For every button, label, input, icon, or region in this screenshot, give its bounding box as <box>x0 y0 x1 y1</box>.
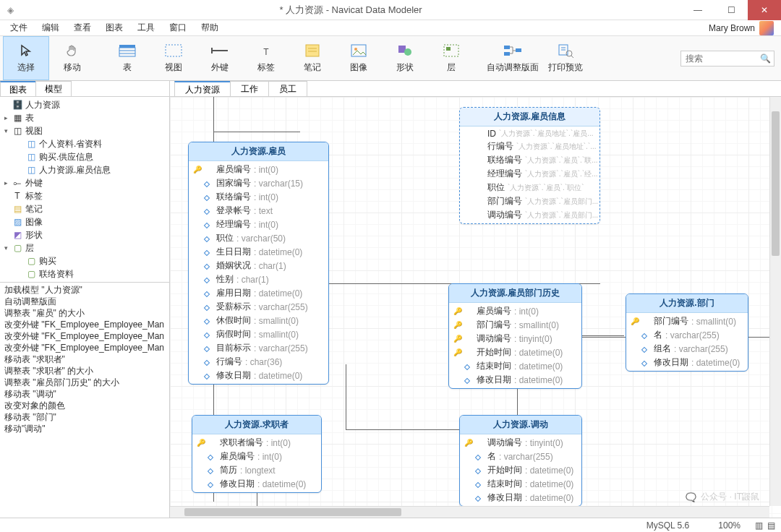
tool-label[interactable]: T标签 <box>243 36 289 80</box>
field-row[interactable]: 🔑调动编号 : tinyint(0) <box>460 436 581 450</box>
scrollbar-vertical[interactable] <box>769 97 781 506</box>
canvas-tab-hr[interactable]: 人力资源 <box>174 81 231 96</box>
scrollbar-thumb[interactable] <box>184 508 401 516</box>
field-row[interactable]: 组名 : varchar(255) <box>626 342 748 356</box>
field-row[interactable]: 经理编号 `人力资源`.`雇员`.`经... <box>460 167 599 181</box>
field-row[interactable]: 休假时间 : smallint(0) <box>189 314 328 327</box>
menu-view[interactable]: 查看 <box>67 20 98 35</box>
minimize-button[interactable]: — <box>681 0 714 20</box>
field-row[interactable]: 调动编号 `人力资源`.`雇员部门... <box>460 208 599 222</box>
field-row[interactable]: 病假时间 : smallint(0) <box>189 327 328 341</box>
menu-diagram[interactable]: 图表 <box>98 20 130 35</box>
tree-views[interactable]: ▾◫视图 <box>0 124 169 137</box>
tree-layer-item[interactable]: ▢购买 <box>0 254 169 267</box>
entity-candidate[interactable]: 人力资源.求职者 🔑求职者编号 : int(0)雇员编号 : int(0)简历 … <box>192 415 322 493</box>
field-row[interactable]: 职位 : varchar(50) <box>189 231 328 245</box>
field-row[interactable]: 受薪标示 : varchar(255) <box>189 300 328 314</box>
tool-move[interactable]: 移动 <box>49 36 95 80</box>
field-row[interactable]: 名 : varchar(255) <box>626 328 748 342</box>
field-type: : datetime(0) <box>525 493 573 503</box>
tool-autolayout[interactable]: 自动调整版面 <box>483 36 542 80</box>
field-row[interactable]: 🔑雇员编号 : int(0) <box>189 163 328 176</box>
field-row[interactable]: 性别 : char(1) <box>189 273 328 286</box>
menu-window[interactable]: 窗口 <box>162 20 194 35</box>
tool-image[interactable]: 图像 <box>336 36 382 80</box>
tool-shape[interactable]: 形状 <box>382 36 428 80</box>
layer-item-icon: ▢ <box>26 269 36 279</box>
field-row[interactable]: 婚姻状况 : char(1) <box>189 259 328 273</box>
field-row[interactable]: 联络编号 `人力资源`.`雇员`.`联... <box>460 153 599 167</box>
field-row[interactable]: 修改日期 : datetime(0) <box>460 491 581 505</box>
connector <box>581 335 624 336</box>
field-row[interactable]: 修改日期 : datetime(0) <box>449 373 581 387</box>
field-row[interactable]: 部门编号 `人力资源`.`雇员部门... <box>460 194 599 208</box>
field-row[interactable]: 生日日期 : datetime(0) <box>189 245 328 259</box>
field-row[interactable]: 🔑部门编号 : smallint(0) <box>626 314 748 328</box>
tree-view-item[interactable]: ◫个人资料.省资料 <box>0 137 169 150</box>
menu-help[interactable]: 帮助 <box>194 20 226 35</box>
entity-dept-history[interactable]: 人力资源.雇员部门历史 🔑雇员编号 : int(0)🔑部门编号 : smalli… <box>448 283 582 389</box>
entity-employee-info[interactable]: 人力资源.雇员信息 ID `人力资源`.`雇员地址`.`雇员...行编号 `人力… <box>459 107 600 224</box>
tree-view-item[interactable]: ◫人力资源.雇员信息 <box>0 163 169 176</box>
scrollbar-horizontal[interactable] <box>170 506 769 518</box>
tree-view-item[interactable]: ◫购买.供应信息 <box>0 150 169 163</box>
tree-note[interactable]: ▤笔记 <box>0 202 169 215</box>
tree-layer[interactable]: ▾▢层 <box>0 241 169 254</box>
status-icon[interactable]: ▤ <box>767 520 775 531</box>
left-tab-model[interactable]: 模型 <box>35 81 72 96</box>
field-row[interactable]: 🔑部门编号 : smallint(0) <box>449 318 581 332</box>
tree-shape[interactable]: ◩形状 <box>0 228 169 241</box>
field-row[interactable]: 行编号 : char(36) <box>189 355 328 369</box>
field-row[interactable]: 目前标示 : varchar(255) <box>189 341 328 355</box>
field-row[interactable]: ID `人力资源`.`雇员地址`.`雇员... <box>460 128 599 140</box>
tree-tables[interactable]: ▸▦表 <box>0 111 169 124</box>
tool-note[interactable]: 笔记 <box>289 36 336 80</box>
canvas-tab-work[interactable]: 工作 <box>230 81 269 96</box>
field-row[interactable]: 结束时间 : datetime(0) <box>460 477 581 491</box>
close-button[interactable]: ✕ <box>748 0 781 20</box>
scrollbar-thumb[interactable] <box>772 111 780 256</box>
tree-fk[interactable]: ▸⟜外键 <box>0 176 169 189</box>
tool-fk[interactable]: 外键 <box>197 36 243 80</box>
tree-layer-item[interactable]: ▢联络资料 <box>0 267 169 280</box>
field-row[interactable]: 修改日期 : datetime(0) <box>626 356 748 369</box>
tool-layer[interactable]: 层 <box>428 36 474 80</box>
menu-tools[interactable]: 工具 <box>130 20 162 35</box>
tree-root[interactable]: 🗄️人力资源 <box>0 98 169 111</box>
field-row[interactable]: 行编号 `人力资源`.`雇员地址`.`... <box>460 140 599 153</box>
field-row[interactable]: 经理编号 : int(0) <box>189 218 328 231</box>
field-row[interactable]: 联络编号 : int(0) <box>189 190 328 204</box>
field-row[interactable]: 🔑雇员编号 : int(0) <box>449 304 581 318</box>
field-row[interactable]: 简历 : longtext <box>192 463 321 477</box>
field-row[interactable]: 雇员编号 : int(0) <box>192 450 321 463</box>
field-row[interactable]: 🔑求职者编号 : int(0) <box>192 436 321 450</box>
left-tab-diagram[interactable]: 图表 <box>0 81 36 96</box>
avatar[interactable] <box>759 21 774 35</box>
field-row[interactable]: 修改日期 : datetime(0) <box>189 369 328 382</box>
field-row[interactable]: 雇用日期 : datetime(0) <box>189 286 328 300</box>
canvas-tab-emp[interactable]: 员工 <box>268 81 307 96</box>
tree-label[interactable]: T标签 <box>0 189 169 202</box>
tool-table[interactable]: 表 <box>104 36 150 80</box>
entity-employee[interactable]: 人力资源.雇员 🔑雇员编号 : int(0)国家编号 : varchar(15)… <box>188 142 329 385</box>
tool-select[interactable]: 选择 <box>3 36 49 80</box>
field-row[interactable]: 登录帐号 : text <box>189 204 328 218</box>
menu-edit[interactable]: 编辑 <box>35 20 67 35</box>
tool-printpreview[interactable]: 打印预览 <box>542 36 589 80</box>
field-row[interactable]: 修改日期 : datetime(0) <box>192 477 321 491</box>
field-row[interactable]: 名 : varchar(255) <box>460 450 581 463</box>
field-row[interactable]: 开始时间 : datetime(0) <box>460 463 581 477</box>
tool-view[interactable]: 视图 <box>150 36 197 80</box>
field-row[interactable]: 职位 `人力资源`.`雇员`.`职位` <box>460 181 599 194</box>
field-row[interactable]: 🔑开始时间 : datetime(0) <box>449 346 581 359</box>
field-row[interactable]: 结束时间 : datetime(0) <box>449 359 581 373</box>
diagram-canvas[interactable]: 人力资源.雇员 🔑雇员编号 : int(0)国家编号 : varchar(15)… <box>170 97 781 518</box>
menu-file[interactable]: 文件 <box>3 20 35 35</box>
tree-image[interactable]: ▨图像 <box>0 215 169 228</box>
field-row[interactable]: 🔑调动编号 : tinyint(0) <box>449 332 581 346</box>
maximize-button[interactable]: ☐ <box>714 0 748 20</box>
status-icon[interactable]: ▥ <box>755 520 763 531</box>
field-row[interactable]: 国家编号 : varchar(15) <box>189 176 328 190</box>
entity-shift[interactable]: 人力资源.调动 🔑调动编号 : tinyint(0)名 : varchar(25… <box>459 415 582 507</box>
entity-department[interactable]: 人力资源.部门 🔑部门编号 : smallint(0)名 : varchar(2… <box>626 293 748 372</box>
